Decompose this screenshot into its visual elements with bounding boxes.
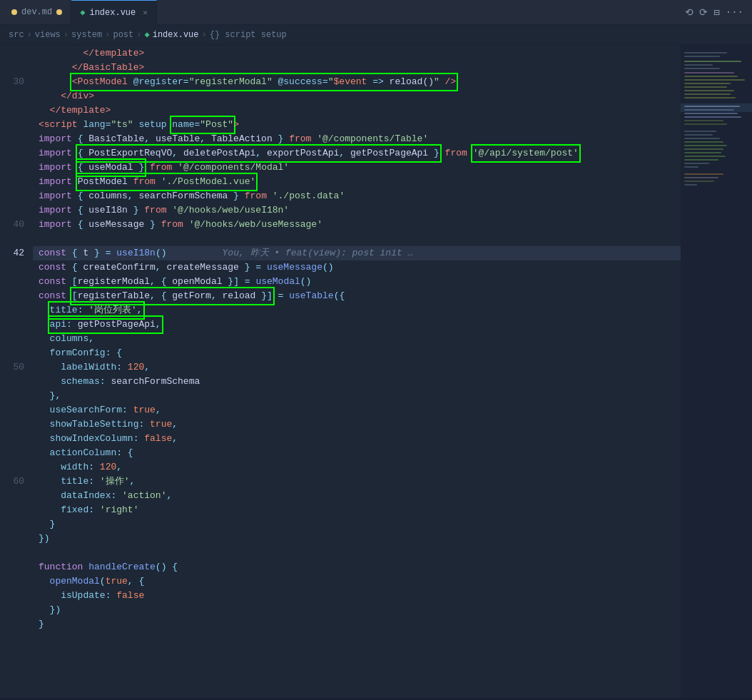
- svg-rect-26: [684, 148, 723, 150]
- svg-rect-10: [684, 86, 727, 88]
- code-line: actionColumn: {: [33, 446, 681, 460]
- svg-rect-25: [684, 145, 727, 146]
- unsaved-dot: [56, 9, 62, 15]
- split-icon[interactable]: ⊟: [713, 6, 719, 19]
- svg-rect-35: [684, 184, 697, 186]
- code-line-import-post: import { PostExportReqVO, deletePostApi,…: [33, 146, 681, 161]
- tab-label: index.vue: [89, 8, 136, 18]
- code-line: </template>: [33, 103, 681, 118]
- svg-rect-11: [684, 90, 734, 91]
- code-line: dataIndex: 'action',: [33, 489, 681, 503]
- svg-rect-28: [684, 156, 726, 157]
- code-line: import { BasicTable, useTable, TableActi…: [33, 132, 681, 146]
- svg-rect-27: [684, 152, 721, 153]
- code-line: </template>: [33, 46, 681, 61]
- tab-label: dev.md: [21, 7, 52, 17]
- code-line: }: [33, 617, 681, 631]
- svg-rect-17: [684, 113, 738, 114]
- crumb-system[interactable]: system: [71, 30, 102, 40]
- code-line: }): [33, 603, 681, 617]
- editor: 30 40 42 50 60: [0, 45, 752, 699]
- svg-rect-13: [684, 97, 736, 98]
- dot-icon: [11, 9, 17, 15]
- code-line: }): [33, 532, 681, 546]
- svg-rect-20: [684, 123, 727, 125]
- code-line-40: import { useMessage } from '@/hooks/web/…: [33, 218, 681, 232]
- forward-icon[interactable]: ⟳: [699, 6, 708, 19]
- code-line: import { useModal } from '@/components/M…: [33, 161, 681, 175]
- svg-rect-1: [684, 52, 727, 54]
- svg-rect-9: [684, 83, 731, 84]
- svg-rect-12: [684, 93, 731, 95]
- code-line: const { createConfirm, createMessage } =…: [33, 260, 681, 275]
- svg-rect-21: [684, 131, 716, 132]
- crumb-post[interactable]: post: [113, 30, 133, 40]
- svg-rect-30: [684, 163, 709, 164]
- code-area[interactable]: </template> </BasicTable> <PostModel @re…: [33, 45, 681, 699]
- code-line-30: <PostModel @register="registerModal" @su…: [33, 75, 681, 89]
- code-line: columns,: [33, 332, 681, 346]
- svg-rect-15: [684, 106, 740, 107]
- code-line: formConfig: {: [33, 346, 681, 360]
- code-line: },: [33, 389, 681, 403]
- code-line: import { columns, searchFormSchema } fro…: [33, 189, 681, 203]
- code-line-api: api: getPostPageApi,: [33, 318, 681, 332]
- more-icon[interactable]: ···: [726, 6, 743, 19]
- code-line: </BasicTable>: [33, 61, 681, 75]
- tab-index-vue[interactable]: ◆ index.vue ✕: [71, 0, 157, 25]
- code-line: useSearchForm: true,: [33, 403, 681, 417]
- code-line: title: '操作',: [33, 475, 681, 489]
- svg-rect-31: [684, 166, 698, 168]
- code-line: import { useI18n } from '@/hooks/web/use…: [33, 203, 681, 218]
- crumb-src[interactable]: src: [9, 30, 24, 40]
- code-line-register-table: const [registerTable, { getForm, reload …: [33, 289, 681, 303]
- code-line: </div>: [33, 89, 681, 103]
- svg-rect-34: [684, 181, 714, 182]
- minimap: [681, 45, 752, 699]
- crumb-views[interactable]: views: [35, 30, 61, 40]
- code-line-50: labelWidth: 120,: [33, 360, 681, 375]
- svg-rect-14: [681, 103, 752, 112]
- svg-rect-2: [684, 56, 720, 57]
- tab-actions: ⟲ ⟳ ⊟ ···: [685, 6, 749, 19]
- code-line-60: fixed: 'right': [33, 503, 681, 517]
- code-line: schemas: searchFormSchema: [33, 375, 681, 389]
- breadcrumb: src › views › system › post › ◆ index.vu…: [0, 25, 752, 45]
- svg-rect-6: [684, 72, 734, 73]
- code-line: [33, 546, 681, 560]
- code-line: function handleCreate() {: [33, 560, 681, 574]
- svg-rect-32: [684, 173, 723, 175]
- svg-rect-23: [684, 138, 720, 139]
- svg-rect-18: [684, 116, 741, 118]
- svg-rect-16: [684, 109, 734, 111]
- code-line: openModal(true, {: [33, 574, 681, 589]
- crumb-script[interactable]: {} script setup: [210, 30, 287, 40]
- crumb-file[interactable]: index.vue: [153, 30, 199, 40]
- svg-rect-3: [684, 61, 741, 62]
- svg-rect-5: [684, 68, 720, 69]
- svg-rect-8: [684, 79, 745, 81]
- code-line: showTableSetting: true,: [33, 417, 681, 432]
- code-line-title: title: '岗位列表',: [33, 303, 681, 318]
- svg-rect-29: [684, 159, 718, 161]
- code-line: isUpdate: false: [33, 589, 681, 603]
- code-line: [33, 232, 681, 246]
- svg-rect-33: [684, 177, 718, 178]
- history-icon[interactable]: ⟲: [685, 6, 693, 19]
- code-line-import-postmodel: import PostModel from './PostModel.vue': [33, 175, 681, 189]
- svg-rect-22: [684, 134, 713, 136]
- svg-rect-19: [684, 120, 723, 121]
- tab-bar: dev.md ◆ index.vue ✕ ⟲ ⟳ ⊟ ···: [0, 0, 752, 25]
- code-line: const [registerModal, { openModal }] = u…: [33, 275, 681, 289]
- close-icon[interactable]: ✕: [143, 8, 148, 17]
- svg-rect-24: [684, 141, 723, 143]
- tab-dev-md[interactable]: dev.md: [3, 0, 71, 25]
- svg-rect-7: [684, 76, 738, 77]
- code-line-script: <script lang="ts" setup name="Post">: [33, 118, 681, 132]
- line-numbers: 30 40 42 50 60: [0, 45, 33, 699]
- svg-rect-4: [684, 64, 713, 66]
- code-line: showIndexColumn: false,: [33, 432, 681, 446]
- vue-icon: ◆: [80, 7, 85, 18]
- code-line: width: 120,: [33, 460, 681, 475]
- code-line: }: [33, 517, 681, 532]
